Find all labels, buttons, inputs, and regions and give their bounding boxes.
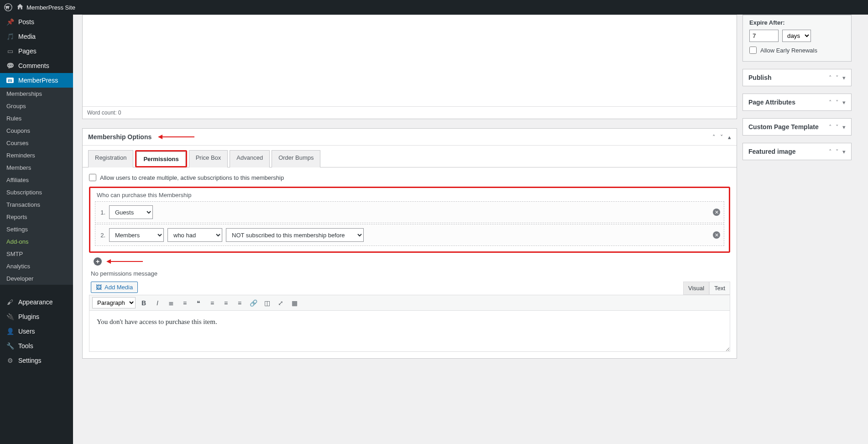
panel-up-icon[interactable]: ˄ bbox=[829, 99, 832, 106]
menu-pages-label: Pages bbox=[18, 47, 37, 55]
menu-users[interactable]: 👤Users bbox=[0, 324, 73, 339]
sub-coupons[interactable]: Coupons bbox=[0, 125, 73, 137]
user-icon: 👤 bbox=[5, 328, 15, 335]
panel-up-icon[interactable]: ˄ bbox=[829, 148, 832, 155]
who-can-purchase-box: Who can purchase this Membership 1. Gues… bbox=[89, 187, 730, 253]
annotation-arrow bbox=[106, 259, 143, 264]
allow-early-renewals-checkbox[interactable] bbox=[749, 47, 757, 54]
menu-pages[interactable]: ▭Pages bbox=[0, 44, 73, 58]
format-select[interactable]: Paragraph bbox=[92, 297, 136, 308]
menu-memberpress[interactable]: mMemberPress bbox=[0, 73, 73, 88]
site-name-link[interactable]: MemberPress Site bbox=[26, 4, 75, 11]
bulleted-list-button[interactable]: ≣ bbox=[166, 298, 177, 308]
panel-toggle-icon[interactable]: ▾ bbox=[842, 148, 846, 155]
custom-template-panel: Custom Page Template˄˅▾ bbox=[743, 118, 852, 136]
editor-text-tab[interactable]: Text bbox=[709, 282, 730, 295]
sub-affiliates[interactable]: Affiliates bbox=[0, 174, 73, 186]
align-center-button[interactable]: ≡ bbox=[220, 298, 231, 308]
metabox-toggle-icon[interactable]: ▴ bbox=[728, 134, 731, 141]
fullscreen-button[interactable]: ⤢ bbox=[275, 298, 286, 308]
tab-price-box[interactable]: Price Box bbox=[189, 150, 228, 167]
align-left-button[interactable]: ≡ bbox=[207, 298, 218, 308]
sub-memberships[interactable]: Memberships bbox=[0, 88, 73, 100]
tab-order-bumps[interactable]: Order Bumps bbox=[272, 150, 320, 167]
panel-toggle-icon[interactable]: ▾ bbox=[842, 74, 846, 81]
sliders-icon: ⚙ bbox=[5, 357, 15, 364]
sub-reminders[interactable]: Reminders bbox=[0, 149, 73, 162]
sub-subscriptions[interactable]: Subscriptions bbox=[0, 186, 73, 198]
brush-icon: 🖌 bbox=[5, 298, 15, 306]
menu-comments[interactable]: 💬Comments bbox=[0, 58, 73, 73]
menu-wp-settings-label: Settings bbox=[18, 357, 42, 364]
readmore-button[interactable]: ◫ bbox=[261, 298, 272, 308]
remove-row-button[interactable]: ✕ bbox=[713, 209, 720, 216]
panel-down-icon[interactable]: ˅ bbox=[836, 99, 839, 106]
editor-visual-tab[interactable]: Visual bbox=[683, 282, 709, 295]
panel-down-icon[interactable]: ˅ bbox=[836, 148, 839, 155]
content-editor-area[interactable] bbox=[83, 15, 737, 106]
sub-transactions[interactable]: Transactions bbox=[0, 198, 73, 211]
no-permissions-editor[interactable]: You don't have access to purchase this i… bbox=[89, 311, 730, 352]
menu-posts[interactable]: 📌Posts bbox=[0, 15, 73, 29]
menu-plugins-label: Plugins bbox=[18, 313, 39, 320]
tab-registration[interactable]: Registration bbox=[88, 150, 133, 167]
sub-groups[interactable]: Groups bbox=[0, 100, 73, 112]
panel-up-icon[interactable]: ˄ bbox=[829, 74, 832, 81]
membership-options-metabox: Membership Options ˄ ˅ ▴ Registration Pe… bbox=[82, 128, 737, 359]
custom-template-title: Custom Page Template bbox=[748, 123, 819, 131]
sub-smtp[interactable]: SMTP bbox=[0, 248, 73, 260]
comment-icon: 💬 bbox=[5, 62, 15, 69]
expire-value-input[interactable] bbox=[749, 30, 779, 42]
tab-advanced[interactable]: Advanced bbox=[230, 150, 270, 167]
menu-media-label: Media bbox=[18, 33, 36, 40]
condition-select[interactable]: who had bbox=[167, 228, 222, 242]
menu-memberpress-label: MemberPress bbox=[18, 77, 58, 84]
panel-down-icon[interactable]: ˅ bbox=[836, 124, 839, 131]
sub-members[interactable]: Members bbox=[0, 162, 73, 174]
sub-settings[interactable]: Settings bbox=[0, 223, 73, 235]
menu-media[interactable]: 🎵Media bbox=[0, 29, 73, 44]
add-media-label: Add Media bbox=[105, 284, 133, 291]
bold-button[interactable]: B bbox=[138, 298, 149, 308]
permissions-panel: Allow users to create multiple, active s… bbox=[83, 167, 737, 358]
panel-down-icon[interactable]: ˅ bbox=[836, 74, 839, 81]
numbered-list-button[interactable]: ≡ bbox=[179, 298, 190, 308]
italic-button[interactable]: I bbox=[152, 298, 163, 308]
membership-tabs: Registration Permissions Price Box Advan… bbox=[83, 146, 737, 167]
sub-reports[interactable]: Reports bbox=[0, 211, 73, 223]
close-icon: ✕ bbox=[713, 209, 720, 216]
sub-analytics[interactable]: Analytics bbox=[0, 260, 73, 272]
tab-permissions[interactable]: Permissions bbox=[136, 151, 185, 166]
sub-rules[interactable]: Rules bbox=[0, 112, 73, 125]
metabox-up-icon[interactable]: ˄ bbox=[712, 134, 716, 141]
remove-row-button[interactable]: ✕ bbox=[713, 231, 720, 239]
menu-appearance[interactable]: 🖌Appearance bbox=[0, 295, 73, 309]
add-permission-button[interactable]: + bbox=[94, 257, 102, 266]
panel-toggle-icon[interactable]: ▾ bbox=[842, 99, 846, 106]
allow-early-renewals-label: Allow Early Renewals bbox=[760, 47, 817, 54]
who-select[interactable]: Guests bbox=[109, 205, 153, 219]
menu-tools[interactable]: 🔧Tools bbox=[0, 339, 73, 353]
sub-courses[interactable]: Courses bbox=[0, 137, 73, 149]
panel-toggle-icon[interactable]: ▾ bbox=[842, 124, 846, 131]
menu-plugins[interactable]: 🔌Plugins bbox=[0, 309, 73, 324]
metabox-title: Membership Options bbox=[88, 133, 152, 141]
allow-multiple-subs-checkbox[interactable] bbox=[89, 174, 96, 181]
wordpress-logo-icon[interactable] bbox=[4, 3, 13, 12]
detail-select[interactable]: NOT subscribed to this membership before bbox=[226, 228, 364, 242]
add-media-button[interactable]: 🖼 Add Media bbox=[91, 282, 138, 293]
blockquote-button[interactable]: ❝ bbox=[193, 298, 204, 308]
panel-up-icon[interactable]: ˄ bbox=[829, 124, 832, 131]
menu-posts-label: Posts bbox=[18, 18, 34, 26]
menu-wp-settings[interactable]: ⚙Settings bbox=[0, 353, 73, 368]
home-icon[interactable] bbox=[16, 3, 24, 12]
link-button[interactable]: 🔗 bbox=[248, 298, 259, 308]
who-can-purchase-label: Who can purchase this Membership bbox=[97, 192, 724, 198]
align-right-button[interactable]: ≡ bbox=[234, 298, 245, 308]
sub-addons[interactable]: Add-ons bbox=[0, 235, 73, 248]
metabox-down-icon[interactable]: ˅ bbox=[720, 134, 723, 141]
expire-unit-select[interactable]: days bbox=[782, 30, 811, 42]
sub-developer[interactable]: Developer bbox=[0, 272, 73, 285]
toolbar-toggle-button[interactable]: ▦ bbox=[289, 298, 300, 308]
who-select[interactable]: Members bbox=[109, 228, 164, 242]
